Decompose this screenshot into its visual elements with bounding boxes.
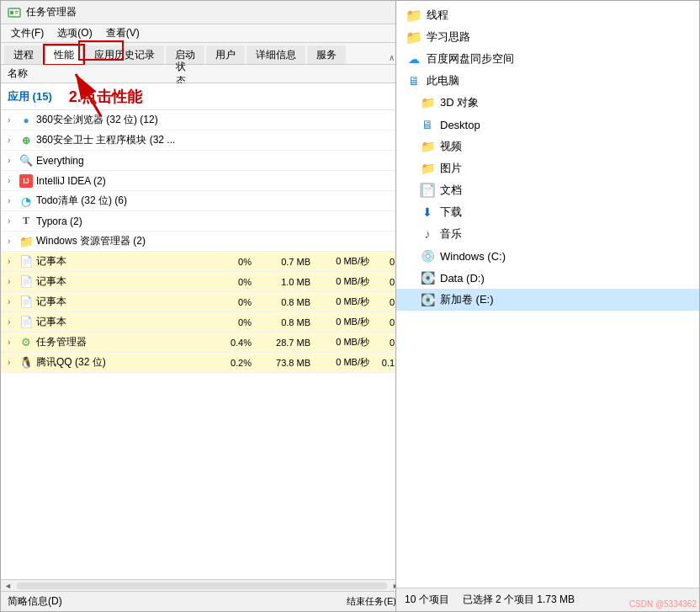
file-tree: 📁 线程 📁 学习思路 ☁ 百度网盘同步空间 🖥 此电脑 📁 3D 对象 🖥 D… — [396, 1, 699, 588]
table-row[interactable]: › 📄 记事本 0% 0.8 MB 0 MB/秒 0 Mbps — [1, 312, 403, 333]
table-row[interactable]: › ◔ Todo清单 (32 位) (6) — [1, 191, 403, 211]
process-name: Windows 资源管理器 (2) — [36, 234, 193, 248]
folder-label: Desktop — [440, 119, 480, 131]
tab-performance[interactable]: 性能 — [45, 45, 83, 64]
menu-view[interactable]: 查看(V) — [99, 24, 146, 42]
folder-label: 下载 — [440, 205, 462, 220]
table-row[interactable]: › T Typora (2) — [1, 211, 403, 231]
folder-label: 音乐 — [440, 226, 462, 242]
process-name: IntelliJ IDEA (2) — [36, 175, 193, 187]
table-row[interactable]: › 🔍 Everything — [1, 151, 403, 171]
title-bar: 任务管理器 — [1, 1, 403, 24]
list-item[interactable]: 💽 新加卷 (E:) — [396, 289, 699, 311]
expand-icon: › — [8, 196, 19, 205]
process-cpu: 0% — [193, 317, 252, 327]
drive-e-icon: 💽 — [420, 292, 435, 307]
process-name: 记事本 — [36, 254, 193, 269]
process-cpu: 0% — [193, 297, 252, 307]
folder-video-icon: 📁 — [420, 139, 435, 154]
expand-icon: › — [8, 338, 19, 347]
folder-label: 百度网盘同步空间 — [427, 51, 514, 67]
process-icon-typora: T — [19, 215, 33, 228]
folder-label: 视频 — [440, 139, 462, 154]
process-icon-notepad: 📄 — [19, 275, 33, 289]
list-item[interactable]: 📁 视频 — [396, 136, 699, 157]
table-row[interactable]: › IJ IntelliJ IDEA (2) — [1, 171, 403, 191]
folder-music-icon: ♪ — [420, 226, 435, 242]
process-disk: 0 MB/秒 — [310, 356, 369, 369]
menu-options[interactable]: 选项(O) — [50, 24, 98, 42]
tab-history[interactable]: 应用历史记录 — [85, 45, 164, 64]
folder-label: 线程 — [427, 8, 448, 23]
folder-label: 3D 对象 — [440, 95, 479, 110]
drive-e-label: 新加卷 (E:) — [440, 292, 494, 307]
horizontal-scrollbar[interactable]: ◄ ► — [1, 579, 403, 591]
file-explorer-status: 10 个项目 已选择 2 个项目 1.73 MB — [396, 588, 699, 611]
list-item[interactable]: ⬇ 下载 — [396, 201, 699, 223]
process-name: 任务管理器 — [36, 335, 193, 349]
col-name-header[interactable]: 名称 — [8, 67, 176, 81]
table-row[interactable]: › 📄 记事本 0% 0.8 MB 0 MB/秒 0 Mbps — [1, 292, 403, 312]
pc-label: 此电脑 — [427, 73, 459, 88]
process-disk: 0 MB/秒 — [310, 336, 369, 349]
folder-label: 学习思路 — [427, 29, 470, 45]
expand-icon: › — [8, 317, 19, 327]
drive-d-icon: 💽 — [420, 270, 435, 285]
tab-details[interactable]: 详细信息 — [247, 45, 305, 64]
list-item[interactable]: 📁 3D 对象 — [396, 92, 699, 114]
tabs-bar: 进程 性能 应用历史记录 启动 用户 详细信息 服务 ∧ — [1, 43, 403, 65]
process-disk: 0 MB/秒 — [310, 316, 369, 328]
scroll-left-btn[interactable]: ◄ — [1, 582, 15, 590]
menu-file[interactable]: 文件(F) — [4, 24, 50, 42]
tab-services[interactable]: 服务 — [307, 45, 346, 64]
list-item[interactable]: ♪ 音乐 — [396, 223, 699, 245]
process-icon-qq: 🐧 — [19, 356, 33, 370]
process-icon-everything: 🔍 — [19, 154, 33, 168]
table-row[interactable]: › 📁 Windows 资源管理器 (2) — [1, 231, 403, 252]
process-icon-todo: ◔ — [19, 194, 33, 208]
process-disk: 0 MB/秒 — [310, 275, 369, 288]
table-row[interactable]: › 🐧 腾讯QQ (32 位) 0.2% 73.8 MB 0 MB/秒 0.1 … — [1, 353, 403, 373]
process-list: › ● 360安全浏览器 (32 位) (12) › ⊕ 360安全卫士 主程序… — [1, 110, 403, 579]
svg-rect-2 — [15, 11, 19, 12]
process-disk: 0 MB/秒 — [310, 295, 369, 308]
list-item[interactable]: 💽 Data (D:) — [396, 267, 699, 289]
folder-3d-icon: 📁 — [420, 95, 435, 110]
tab-users[interactable]: 用户 — [206, 45, 245, 64]
list-item[interactable]: 📁 学习思路 — [396, 26, 699, 48]
table-row[interactable]: › 📄 记事本 0% 1.0 MB 0 MB/秒 0 Mbps — [1, 272, 403, 292]
app-section-header: 应用 (15) — [8, 89, 52, 104]
table-row[interactable]: › 📄 记事本 0% 0.7 MB 0 MB/秒 0 Mbps — [1, 252, 403, 272]
process-mem: 0.8 MB — [252, 297, 310, 307]
list-item[interactable]: 📄 文档 — [396, 179, 699, 201]
process-name: Todo清单 (32 位) (6) — [36, 194, 193, 208]
folder-download-icon: ⬇ — [420, 205, 435, 220]
expand-icon: › — [8, 277, 19, 286]
table-row[interactable]: › ● 360安全浏览器 (32 位) (12) — [1, 110, 403, 130]
drive-c-icon: 💿 — [420, 248, 435, 263]
list-item[interactable]: 📁 图片 — [396, 157, 699, 179]
folder-icon: 📁 — [406, 8, 422, 23]
expand-icon: › — [8, 156, 19, 165]
folder-desktop-icon: 🖥 — [420, 117, 435, 132]
summary-button[interactable]: 简略信息(D) — [8, 594, 62, 609]
pc-icon: 🖥 — [406, 73, 422, 88]
list-item[interactable]: ☁ 百度网盘同步空间 — [396, 48, 699, 70]
expand-icon: › — [8, 216, 19, 226]
list-item[interactable]: 📁 线程 — [396, 4, 699, 26]
end-task-button[interactable]: 结束任务(E) — [347, 595, 396, 608]
scroll-track[interactable] — [17, 583, 387, 589]
process-name: Typora (2) — [36, 216, 193, 227]
process-icon-winexplorer: 📁 — [19, 235, 33, 248]
list-item[interactable]: 🖥 Desktop — [396, 114, 699, 136]
tab-process[interactable]: 进程 — [4, 45, 43, 64]
list-item[interactable]: 🖥 此电脑 — [396, 70, 699, 92]
drive-c-label: Windows (C:) — [440, 250, 506, 263]
process-cpu: 0.2% — [193, 358, 252, 368]
list-item[interactable]: 💿 Windows (C:) — [396, 245, 699, 267]
process-mem: 73.8 MB — [252, 358, 310, 368]
table-row[interactable]: › ⊕ 360安全卫士 主程序模块 (32 ... — [1, 130, 403, 151]
table-row[interactable]: › ⚙ 任务管理器 0.4% 28.7 MB 0 MB/秒 0 Mbps — [1, 333, 403, 353]
status-selected-info: 已选择 2 个项目 1.73 MB — [463, 593, 575, 607]
file-explorer-window: 📁 线程 📁 学习思路 ☁ 百度网盘同步空间 🖥 此电脑 📁 3D 对象 🖥 D… — [395, 0, 700, 612]
